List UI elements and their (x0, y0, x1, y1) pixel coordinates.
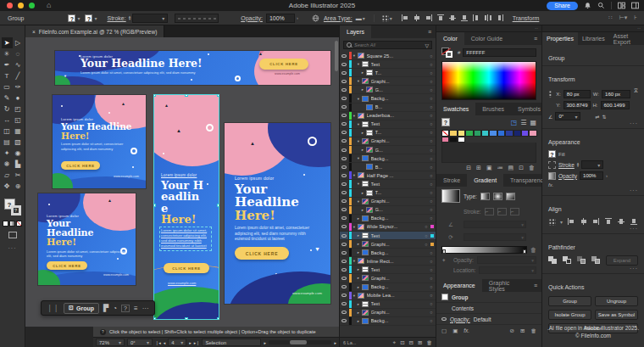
line-segment-tool[interactable]: ╱ (13, 70, 24, 81)
banner-body-selected[interactable]: Lorem ipsum dolor sit amet, consectetuer… (161, 228, 210, 249)
layer-row[interactable]: ▾Half Page ...○ (340, 171, 436, 180)
layer-row[interactable]: ▸Backg...○ (340, 249, 436, 257)
more-align-options[interactable]: ··· (548, 226, 638, 232)
target-icon[interactable]: ○ (427, 259, 436, 264)
scroll-right-icon[interactable]: ▸ (334, 340, 336, 345)
target-icon[interactable]: ○ (427, 284, 436, 289)
swatch[interactable] (449, 137, 457, 143)
layer-row[interactable]: ▾Wide Skyscr...○ (340, 223, 436, 232)
swatch-kinds-icon[interactable]: ▣ (486, 165, 492, 171)
visibility-eye-icon[interactable] (340, 104, 349, 111)
layer-name[interactable]: Graphi... (371, 276, 428, 281)
layer-name[interactable]: Backg... (371, 250, 428, 255)
opacity-expand-icon[interactable]: › (606, 173, 608, 178)
group-button[interactable]: Group (548, 296, 591, 306)
group-button[interactable]: ⊡ Group (64, 303, 99, 314)
opacity-expand-icon[interactable]: › (297, 15, 298, 20)
expand-chevron-icon[interactable]: ▸ (356, 250, 362, 255)
hand-tool[interactable]: ✥ (2, 181, 13, 192)
visibility-eye-icon[interactable] (340, 292, 349, 299)
target-icon[interactable]: ○ (427, 70, 436, 76)
free-transform-tool[interactable]: ◱ (13, 115, 24, 126)
opacity-link[interactable]: Opacity: (450, 316, 470, 322)
rectangle-tool[interactable]: ▭ (2, 81, 13, 92)
panel-collapse-bar[interactable]: ·· (542, 25, 644, 32)
visibility-eye-icon[interactable] (340, 283, 349, 291)
menu-icon[interactable]: ≡ (134, 305, 138, 312)
selection-handle[interactable] (217, 317, 219, 319)
layer-name[interactable]: Backg... (371, 284, 428, 289)
expand-chevron-icon[interactable]: ▸ (356, 242, 362, 246)
align-horizontal-center-icon[interactable] (413, 14, 421, 22)
expand-chevron-icon[interactable]: ▸ (360, 70, 366, 75)
visibility-eye-icon[interactable] (340, 266, 349, 273)
target-icon[interactable]: ○ (427, 267, 436, 272)
layer-name[interactable]: Text (371, 62, 428, 67)
swatch-libraries-icon[interactable]: ⊟ (466, 165, 471, 171)
layer-name[interactable]: Text (371, 233, 423, 238)
target-icon[interactable]: ○ (427, 182, 436, 187)
color-fill-stroke-indicator[interactable] (441, 48, 455, 58)
expand-chevron-icon[interactable]: ▾ (356, 79, 362, 83)
duplicate-item-icon[interactable]: ⊞ (520, 327, 525, 334)
layer-row[interactable]: ▾Mobile Lea...○ (340, 292, 436, 300)
list-view-icon[interactable]: ☰ (520, 119, 526, 126)
align-vertical-center-icon[interactable] (617, 217, 625, 226)
expand-chevron-icon[interactable]: ▾ (352, 114, 358, 118)
target-icon[interactable]: ○ (422, 242, 430, 247)
help-icon[interactable]: ? (121, 305, 130, 312)
distribute-center-icon[interactable] (484, 14, 492, 22)
swatch[interactable] (489, 130, 497, 137)
tab-color[interactable]: Color (436, 32, 464, 45)
color-button[interactable] (3, 221, 8, 227)
opacity-field[interactable]: 100% (580, 171, 603, 180)
layer-name[interactable]: Backg... (371, 156, 428, 161)
h-field[interactable]: 600.1499 (601, 101, 630, 109)
artboard-tool[interactable]: ▱ (2, 170, 13, 181)
status-expand-icon[interactable]: ▸ (264, 340, 266, 345)
expand-chevron-icon[interactable]: ▾ (352, 225, 358, 229)
expand-chevron-icon[interactable]: ▸ (360, 191, 366, 195)
visibility-eye-icon[interactable] (340, 274, 349, 282)
layer-row[interactable]: ▸Backg...○ (340, 317, 436, 326)
selection-handle[interactable] (185, 95, 188, 97)
visibility-eye-icon[interactable] (340, 60, 349, 68)
half-page-banner[interactable]: ▲ ▼ Lorem ipsum dolor Your Headline Here… (225, 123, 330, 304)
blend-tool[interactable]: ◉ (13, 148, 24, 159)
fill-swatch[interactable]: ? (548, 150, 556, 158)
selection-handle[interactable] (217, 95, 219, 97)
layer-name[interactable]: Text (371, 301, 428, 306)
visibility-eye-icon[interactable] (340, 180, 349, 187)
swatch-themes-icon[interactable]: ⊞ (476, 165, 481, 171)
stroke-weight-label[interactable]: Stroke: (108, 15, 126, 21)
visibility-eye-icon[interactable] (340, 206, 349, 214)
target-icon[interactable]: ○ (427, 156, 436, 161)
stroke-weight-stepper[interactable]: ▴▾ (129, 15, 131, 21)
swatch[interactable] (505, 130, 513, 137)
document-tab[interactable]: × FileInfo.com Example.ai @ 72 % (RGB/Pr… (25, 25, 164, 37)
rotate-icon[interactable]: ◔ (113, 305, 117, 312)
layer-name[interactable]: Mobile Lea... (367, 293, 428, 298)
swatch[interactable] (458, 130, 465, 137)
visibility-eye-icon[interactable] (340, 223, 349, 231)
none-button[interactable] (16, 221, 22, 227)
expand-button[interactable]: Expand (606, 255, 638, 266)
expand-chevron-icon[interactable]: ▾ (352, 259, 358, 263)
layer-row[interactable]: ▸Text○ (340, 266, 436, 274)
shape-builder-tool[interactable]: ◫ (2, 126, 13, 137)
layer-row[interactable]: ▸Text○ (340, 300, 436, 309)
more-appearance-options[interactable]: ··· (548, 187, 638, 193)
stroke-swatch[interactable] (548, 161, 556, 169)
zoom-level-dropdown[interactable]: 72%▾ (96, 339, 125, 346)
layer-row[interactable]: ▸T...○ (340, 129, 436, 137)
fx-icon[interactable]: fx. (464, 327, 469, 333)
expand-chevron-icon[interactable]: ▾ (352, 294, 358, 298)
unite-icon[interactable] (548, 256, 558, 265)
mesh-tool[interactable]: ▤ (2, 137, 13, 148)
click-here-button[interactable]: CLICK HERE (164, 263, 209, 273)
layer-row[interactable]: ▸G...○ (340, 86, 436, 94)
column-graph-tool[interactable]: ▙ (13, 159, 24, 170)
filter-icon[interactable]: ▽ (425, 42, 429, 48)
layer-name[interactable]: Backg... (371, 96, 428, 101)
layer-name[interactable]: B... (375, 165, 428, 170)
